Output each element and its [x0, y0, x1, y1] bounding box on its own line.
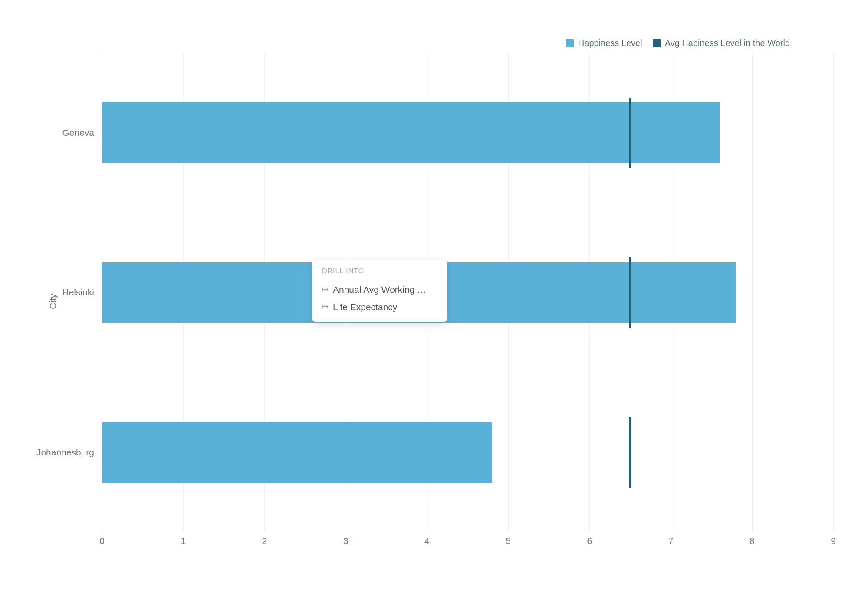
- legend-label-happiness: Happiness Level: [578, 38, 642, 48]
- x-ticks: 0123456789: [102, 536, 833, 553]
- bars-layer: GenevaHelsinkiJohannesburg: [102, 53, 833, 532]
- drill-popover: DRILL INTO ↦Annual Avg Working …↦Life Ex…: [312, 260, 447, 322]
- legend-item-happiness[interactable]: Happiness Level: [566, 38, 642, 48]
- x-tick-label: 8: [750, 536, 755, 546]
- drill-option-label: Annual Avg Working …: [333, 285, 437, 295]
- y-tick-label: Helsinki: [62, 287, 94, 298]
- marker-avg[interactable]: [629, 98, 631, 168]
- x-tick-label: 2: [262, 536, 267, 546]
- marker-avg[interactable]: [629, 257, 631, 327]
- gridline: [833, 53, 834, 532]
- drill-arrow-icon: ↦: [322, 285, 329, 294]
- drill-option[interactable]: ↦Life Expectancy: [322, 298, 437, 316]
- x-tick-label: 3: [343, 536, 349, 546]
- x-tick-label: 7: [668, 536, 674, 546]
- x-tick-label: 6: [587, 536, 592, 546]
- drill-popover-title: DRILL INTO: [322, 267, 437, 275]
- chart-row: Helsinki: [102, 213, 833, 372]
- x-tick-label: 5: [506, 536, 511, 546]
- chart-row: Johannesburg: [102, 373, 833, 532]
- legend: Happiness Level Avg Hapiness Level in th…: [566, 38, 790, 48]
- drill-option[interactable]: ↦Annual Avg Working …: [322, 281, 437, 298]
- marker-avg[interactable]: [629, 417, 631, 488]
- x-tick-label: 4: [424, 536, 430, 546]
- x-tick-label: 1: [181, 536, 186, 546]
- legend-item-avg[interactable]: Avg Hapiness Level in the World: [653, 38, 790, 48]
- x-tick-label: 9: [831, 536, 836, 546]
- y-tick-label: Johannesburg: [36, 447, 94, 458]
- y-tick-label: Geneva: [62, 128, 94, 138]
- y-axis-label: City: [48, 294, 58, 309]
- chart-row: Geneva: [102, 53, 833, 213]
- legend-swatch-happiness: [566, 39, 574, 47]
- bar-happiness[interactable]: [102, 422, 492, 483]
- legend-swatch-avg: [653, 39, 661, 47]
- drill-option-label: Life Expectancy: [333, 302, 437, 312]
- drill-arrow-icon: ↦: [322, 302, 329, 311]
- x-tick-label: 0: [99, 536, 105, 546]
- plot-area: GenevaHelsinkiJohannesburg: [102, 53, 833, 532]
- bar-happiness[interactable]: [102, 102, 720, 163]
- legend-label-avg: Avg Hapiness Level in the World: [665, 38, 790, 48]
